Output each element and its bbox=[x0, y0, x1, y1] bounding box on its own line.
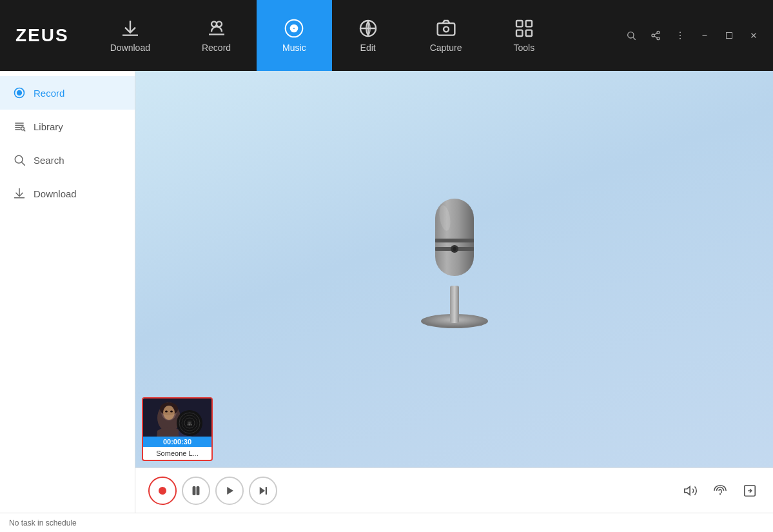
maximize-button[interactable] bbox=[720, 26, 738, 44]
svg-point-44 bbox=[453, 247, 456, 251]
sidebar-item-search[interactable]: Search bbox=[0, 143, 135, 177]
svg-line-34 bbox=[22, 163, 25, 166]
export-icon[interactable] bbox=[739, 480, 760, 501]
nav-tabs: Download Record Music bbox=[84, 0, 612, 71]
svg-point-50 bbox=[165, 411, 168, 413]
nav-tab-download-label: Download bbox=[110, 43, 150, 53]
nav-tab-tools-label: Tools bbox=[513, 43, 534, 53]
svg-marker-62 bbox=[227, 487, 233, 495]
svg-rect-10 bbox=[525, 30, 531, 36]
svg-point-26 bbox=[17, 91, 22, 95]
right-controls bbox=[680, 480, 760, 501]
sidebar-item-record[interactable]: Record bbox=[0, 76, 135, 110]
svg-rect-8 bbox=[525, 21, 531, 26]
svg-line-16 bbox=[654, 36, 658, 38]
svg-rect-37 bbox=[450, 286, 459, 323]
statusbar: No task in schedule bbox=[0, 513, 773, 532]
nav-tab-capture-label: Capture bbox=[430, 43, 462, 53]
close-button[interactable] bbox=[745, 26, 763, 44]
svg-point-49 bbox=[163, 406, 175, 420]
nav-tab-record[interactable]: Record bbox=[176, 0, 257, 71]
svg-rect-60 bbox=[193, 487, 195, 495]
svg-rect-9 bbox=[516, 30, 522, 36]
svg-point-14 bbox=[652, 34, 654, 37]
svg-rect-64 bbox=[266, 487, 267, 495]
minimize-button[interactable] bbox=[696, 26, 714, 44]
sidebar-item-library[interactable]: Library bbox=[0, 110, 135, 143]
nav-tab-music[interactable]: Music bbox=[257, 0, 332, 71]
svg-rect-61 bbox=[197, 487, 199, 495]
nav-tab-tools[interactable]: Tools bbox=[487, 0, 560, 71]
svg-rect-40 bbox=[435, 239, 474, 242]
nav-tab-capture[interactable]: Capture bbox=[404, 0, 488, 71]
search-icon[interactable] bbox=[622, 26, 640, 44]
svg-rect-5 bbox=[437, 23, 455, 35]
svg-rect-7 bbox=[516, 21, 522, 26]
recording-card[interactable]: ●●● 00:00:30 Someone L... bbox=[142, 397, 213, 461]
app-logo: ZEUS bbox=[0, 25, 84, 46]
sidebar-search-label: Search bbox=[34, 155, 64, 166]
recording-card-title: Someone L... bbox=[143, 447, 211, 460]
bottom-controls bbox=[135, 468, 773, 513]
svg-point-31 bbox=[21, 127, 24, 130]
pause-button[interactable] bbox=[182, 477, 210, 505]
play-button[interactable] bbox=[215, 477, 244, 505]
recording-thumb: ●●● 00:00:30 bbox=[143, 399, 211, 447]
fingerprint-icon[interactable] bbox=[710, 480, 730, 501]
status-text: No task in schedule bbox=[9, 518, 77, 527]
nav-tab-edit-label: Edit bbox=[360, 43, 376, 53]
nav-tab-download[interactable]: Download bbox=[84, 0, 176, 71]
sidebar-item-download[interactable]: Download bbox=[0, 177, 135, 210]
svg-line-12 bbox=[633, 37, 636, 40]
main-layout: Record Library Search bbox=[0, 71, 773, 513]
svg-point-18 bbox=[680, 32, 681, 33]
svg-rect-22 bbox=[727, 33, 732, 39]
record-button[interactable] bbox=[148, 477, 177, 505]
svg-line-32 bbox=[24, 130, 25, 131]
svg-point-3 bbox=[293, 27, 295, 30]
share-icon[interactable] bbox=[647, 26, 665, 44]
window-controls bbox=[612, 26, 773, 44]
titlebar: ZEUS Download Record bbox=[0, 0, 773, 71]
svg-point-51 bbox=[170, 411, 173, 413]
volume-icon[interactable] bbox=[680, 480, 701, 501]
more-icon[interactable] bbox=[671, 26, 689, 44]
svg-point-59 bbox=[159, 487, 166, 495]
sidebar-library-label: Library bbox=[34, 121, 63, 132]
nav-tab-edit[interactable]: Edit bbox=[332, 0, 404, 71]
main-content: ●●● 00:00:30 Someone L... bbox=[135, 71, 773, 468]
microphone-illustration bbox=[396, 179, 513, 334]
svg-marker-63 bbox=[260, 487, 265, 495]
svg-point-6 bbox=[444, 26, 449, 32]
svg-point-0 bbox=[211, 21, 217, 26]
svg-point-11 bbox=[628, 32, 634, 38]
nav-tab-record-label: Record bbox=[202, 43, 231, 53]
svg-point-15 bbox=[657, 37, 660, 40]
sidebar-download-label: Download bbox=[34, 188, 77, 199]
recording-time-badge: 00:00:30 bbox=[143, 437, 211, 447]
svg-point-13 bbox=[657, 31, 660, 34]
svg-point-19 bbox=[680, 35, 681, 36]
sidebar-record-label: Record bbox=[34, 88, 64, 99]
svg-line-17 bbox=[654, 33, 658, 35]
sidebar: Record Library Search bbox=[0, 71, 135, 513]
svg-point-20 bbox=[680, 38, 681, 39]
content-area: ●●● 00:00:30 Someone L... bbox=[135, 71, 773, 513]
nav-tab-music-label: Music bbox=[282, 43, 306, 53]
svg-text:●●●: ●●● bbox=[187, 423, 192, 426]
svg-marker-65 bbox=[685, 486, 690, 495]
svg-point-1 bbox=[217, 21, 222, 26]
skip-button[interactable] bbox=[249, 477, 277, 505]
